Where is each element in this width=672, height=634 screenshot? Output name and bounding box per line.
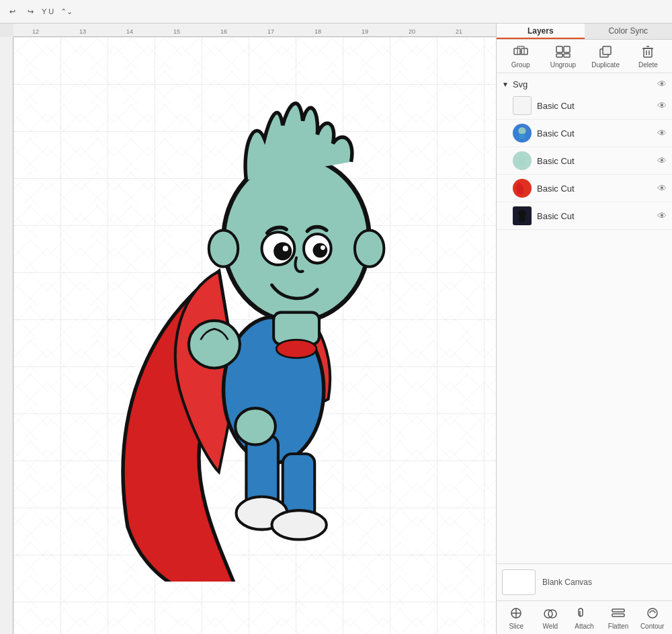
ruler-mark: 13: [79, 28, 86, 35]
layer-label-5: Basic Cut: [537, 211, 652, 221]
layer-label-4: Basic Cut: [537, 184, 652, 194]
svg-rect-21: [556, 46, 562, 52]
layer-visibility-1[interactable]: 👁: [657, 100, 667, 111]
svg-rect-23: [556, 54, 562, 57]
svg-rect-45: [612, 614, 624, 617]
svg-rect-27: [644, 48, 652, 57]
weld-icon: [540, 605, 561, 621]
svg-rect-44: [612, 609, 624, 612]
canvas-area[interactable]: 12 13 14 15 16 17 18 19 20 21: [0, 24, 496, 634]
panel-toolbar: Group Ungroup: [497, 40, 672, 73]
slice-button[interactable]: Slice: [499, 605, 533, 630]
layer-visibility-5[interactable]: 👁: [657, 210, 667, 221]
ungroup-button[interactable]: Ungroup: [546, 44, 580, 69]
tab-colorsync[interactable]: Color Sync: [585, 24, 673, 39]
svg-point-7: [274, 242, 292, 260]
top-bar: ↩ ↪ Y U ⌃⌄: [0, 0, 672, 24]
redo-button[interactable]: ↪: [24, 6, 38, 17]
contour-button[interactable]: Contour: [636, 605, 669, 630]
ruler-vertical: [0, 37, 13, 634]
group-button[interactable]: Group: [504, 44, 538, 69]
ruler-mark: 15: [173, 28, 180, 35]
slice-label: Slice: [509, 623, 523, 630]
ruler-mark: 12: [32, 28, 39, 35]
layer-visibility-3[interactable]: 👁: [657, 155, 667, 166]
svg-point-4: [271, 510, 326, 539]
layer-thumb-4: [513, 179, 532, 198]
group-label: Group: [511, 61, 530, 69]
contour-icon: [642, 605, 663, 621]
group-icon: [510, 44, 532, 60]
undo-button[interactable]: ↩: [5, 6, 19, 17]
ruler-mark: 17: [267, 28, 274, 35]
design-canvas[interactable]: [13, 37, 496, 634]
delete-button[interactable]: Delete: [631, 44, 665, 69]
layer-item-2[interactable]: Basic Cut 👁: [497, 120, 672, 147]
zoom-display: Y U: [42, 7, 54, 15]
layer-item-5[interactable]: Basic Cut 👁: [497, 202, 672, 230]
svg-point-11: [321, 245, 325, 250]
svg-point-32: [519, 127, 526, 134]
ruler-mark: 18: [314, 28, 321, 35]
weld-label: Weld: [543, 623, 558, 630]
layer-visibility-4[interactable]: 👁: [657, 183, 667, 194]
svg-group-label: Svg: [513, 79, 528, 89]
svg-visibility-icon[interactable]: 👁: [657, 79, 667, 89]
svg-point-36: [515, 182, 525, 196]
expand-arrow-icon: ▼: [502, 81, 509, 88]
ungroup-label: Ungroup: [550, 61, 576, 69]
ruler-mark: 16: [220, 28, 227, 35]
svg-point-17: [235, 408, 276, 444]
svg-point-10: [313, 243, 328, 258]
svg-rect-35: [519, 161, 526, 167]
svg-point-12: [209, 231, 238, 267]
ruler-mark: 21: [456, 28, 462, 35]
right-panel: Layers Color Sync Group: [496, 24, 672, 634]
flatten-button[interactable]: Flatten: [601, 605, 635, 630]
duplicate-icon: [595, 44, 616, 60]
svg-point-37: [519, 210, 526, 217]
layer-thumb-1: [513, 96, 532, 115]
layer-visibility-2[interactable]: 👁: [657, 128, 667, 138]
layer-label-3: Basic Cut: [537, 156, 652, 166]
svg-rect-26: [603, 46, 611, 54]
svg-rect-33: [519, 134, 526, 139]
layer-label-2: Basic Cut: [537, 128, 652, 138]
svg-point-15: [276, 340, 317, 358]
layer-item-4[interactable]: Basic Cut 👁: [497, 175, 672, 202]
slice-icon: [505, 605, 527, 621]
layer-thumb-3: [513, 151, 532, 170]
contour-label: Contour: [640, 623, 665, 630]
layer-thumb-2: [513, 124, 532, 143]
bottom-toolbar: Slice Weld Attach: [497, 600, 672, 634]
svg-point-8: [283, 246, 288, 251]
svg-point-13: [355, 231, 384, 267]
blank-canvas-thumbnail: [502, 569, 536, 595]
panel-tabs: Layers Color Sync: [497, 24, 672, 40]
tab-layers[interactable]: Layers: [497, 24, 585, 39]
svg-rect-24: [564, 54, 570, 57]
attach-label: Attach: [575, 623, 593, 630]
svg-rect-38: [519, 216, 526, 222]
attach-icon: [573, 605, 595, 621]
blank-canvas-label: Blank Canvas: [542, 578, 592, 587]
ruler-mark: 19: [362, 28, 368, 35]
character-image: [67, 71, 444, 582]
layer-item-3[interactable]: Basic Cut 👁: [497, 147, 672, 175]
layer-label-1: Basic Cut: [537, 101, 652, 111]
layer-item-1[interactable]: Basic Cut 👁: [497, 92, 672, 120]
layer-thumb-5: [513, 206, 532, 225]
ungroup-icon: [552, 44, 574, 60]
flatten-icon: [607, 605, 629, 621]
svg-rect-20: [517, 46, 524, 54]
duplicate-button[interactable]: Duplicate: [589, 44, 622, 69]
svg-group-header[interactable]: ▼ Svg 👁: [497, 76, 672, 92]
zoom-arrows[interactable]: ⌃⌄: [60, 7, 73, 16]
weld-button[interactable]: Weld: [534, 605, 567, 630]
svg-rect-22: [564, 46, 570, 52]
delete-label: Delete: [638, 61, 658, 69]
ruler-mark: 14: [126, 28, 133, 35]
attach-button[interactable]: Attach: [567, 605, 601, 630]
duplicate-label: Duplicate: [591, 61, 620, 69]
ruler-mark: 20: [409, 28, 415, 35]
